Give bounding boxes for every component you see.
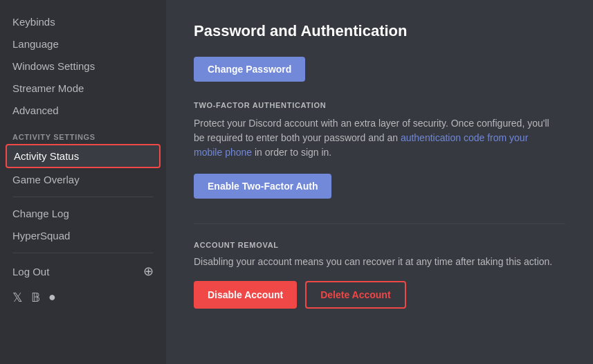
sidebar-item-label: Streamer Mode xyxy=(12,82,84,94)
change-password-button[interactable]: Change Password xyxy=(194,57,305,82)
facebook-icon[interactable]: 𝔹 xyxy=(31,290,40,305)
sidebar-item-logout[interactable]: Log Out ⊕ xyxy=(6,259,161,284)
sidebar: Keybinds Language Windows Settings Strea… xyxy=(0,0,166,364)
sidebar-item-label: Activity Status xyxy=(14,150,79,162)
sidebar-item-label: Advanced xyxy=(12,104,59,116)
sidebar-item-label: Game Overlay xyxy=(12,174,80,185)
section-divider xyxy=(194,224,565,224)
enable-two-factor-button[interactable]: Enable Two-Factor Auth xyxy=(194,174,331,199)
sidebar-item-advanced[interactable]: Advanced xyxy=(6,100,161,121)
account-actions-container: Disable Account Delete Account xyxy=(194,281,565,309)
sidebar-item-language[interactable]: Language xyxy=(6,33,161,55)
sidebar-item-keybinds[interactable]: Keybinds xyxy=(6,11,161,33)
sidebar-item-change-log[interactable]: Change Log xyxy=(6,203,161,224)
sidebar-item-label: HyperSquad xyxy=(12,230,70,242)
account-removal-description: Disabling your account means you can rec… xyxy=(194,256,554,267)
sidebar-item-game-overlay[interactable]: Game Overlay xyxy=(6,169,161,190)
sidebar-divider-2 xyxy=(12,253,154,253)
logout-icon: ⊕ xyxy=(143,264,154,279)
delete-account-button[interactable]: Delete Account xyxy=(305,281,405,309)
sidebar-item-label: Windows Settings xyxy=(12,60,95,72)
sidebar-item-label: Language xyxy=(12,38,59,50)
two-factor-section-label: TWO-FACTOR AUTHENTICATION xyxy=(194,101,565,109)
social-icons-container: 𝕏 𝔹 ● xyxy=(6,284,161,311)
sidebar-item-label: Change Log xyxy=(12,208,69,219)
main-content: Password and Authentication Change Passw… xyxy=(166,0,593,364)
sidebar-item-windows-settings[interactable]: Windows Settings xyxy=(6,55,161,77)
two-factor-description: Protect your Discord account with an ext… xyxy=(194,116,554,160)
sidebar-item-hypesquad[interactable]: HyperSquad xyxy=(6,225,161,246)
sidebar-item-streamer-mode[interactable]: Streamer Mode xyxy=(6,78,161,99)
two-factor-desc-part2: in order to sign in. xyxy=(252,147,331,158)
twitter-icon[interactable]: 𝕏 xyxy=(12,290,23,305)
sidebar-item-activity-status[interactable]: Activity Status xyxy=(6,144,161,168)
disable-account-button[interactable]: Disable Account xyxy=(194,281,297,309)
sidebar-item-label: Keybinds xyxy=(12,16,55,28)
account-removal-section-label: ACCOUNT REMOVAL xyxy=(194,241,565,249)
logout-label: Log Out xyxy=(12,266,49,277)
activity-settings-section-label: ACTIVITY SETTINGS xyxy=(6,122,161,144)
sidebar-divider xyxy=(12,197,154,197)
instagram-icon[interactable]: ● xyxy=(48,290,56,305)
page-title: Password and Authentication xyxy=(194,22,565,40)
